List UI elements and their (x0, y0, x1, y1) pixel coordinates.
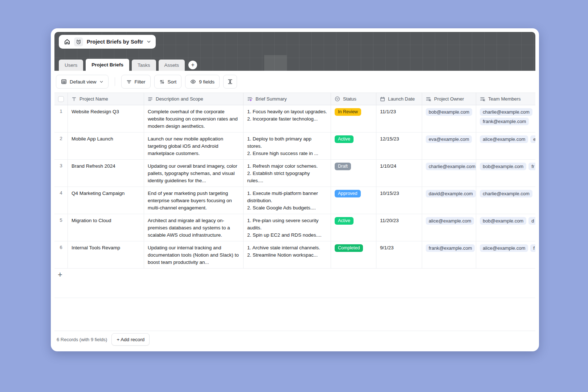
grid-footer: 6 Records (with 9 fields) + Add record (54, 331, 535, 348)
table-row[interactable]: 4Q4 Marketing CampaignEnd of year market… (54, 187, 535, 214)
team-pill-group: charlie@example.comfrank@example.com (480, 108, 532, 125)
hide-fields-button[interactable]: 9 fields (185, 75, 220, 89)
project-owner-cell[interactable]: eva@example.com (422, 132, 476, 159)
table-row[interactable]: 3Brand Refresh 2024Updating our overall … (54, 160, 535, 187)
description-cell[interactable]: Updating our internal tracking and docum… (144, 241, 244, 268)
launch-date-cell[interactable]: 11/20/23 (376, 214, 422, 241)
tab-project-briefs[interactable]: Project Briefs (86, 59, 129, 71)
status-cell[interactable]: Active (331, 132, 376, 159)
row-number: 6 (54, 241, 68, 268)
brief-summary-cell[interactable]: 1. Pre-plan using severe security audits… (244, 214, 331, 241)
team-members-cell[interactable]: alice@example.come (476, 132, 535, 159)
owner-email-pill: alice@example.com (426, 217, 474, 225)
filter-button[interactable]: Filter (121, 75, 151, 89)
filter-label: Filter (135, 79, 146, 85)
project-owner-cell[interactable]: david@example.com (422, 187, 476, 214)
row-number: 3 (54, 160, 68, 187)
brief-summary-cell[interactable]: 1. Deploy to both primary app stores. 2.… (244, 132, 331, 159)
team-members-cell[interactable]: bob@example.comfr (476, 160, 535, 187)
select-all-checkbox[interactable] (58, 96, 64, 102)
project-name-cell[interactable]: Mobile App Launch (68, 132, 144, 159)
tab-tasks[interactable]: Tasks (132, 60, 156, 71)
column-header-status[interactable]: Status (331, 93, 376, 105)
add-record-button[interactable]: + Add record (111, 333, 150, 346)
column-header-project-owner[interactable]: Project Owner (422, 93, 476, 105)
team-members-cell[interactable]: charlie@example.com (476, 187, 535, 214)
team-members-cell[interactable]: charlie@example.comfrank@example.com (476, 105, 535, 132)
team-members-cell[interactable]: bob@example.comd (476, 214, 535, 241)
team-members-cell[interactable]: alice@example.comf (476, 241, 535, 268)
column-label: Brief Summary (256, 96, 287, 102)
status-cell[interactable]: In Review (331, 105, 376, 132)
chevron-down-icon (147, 40, 151, 44)
row-height-icon (227, 79, 233, 85)
ai-text-icon (247, 97, 253, 102)
row-number: 5 (54, 214, 68, 241)
team-email-pill: e (530, 135, 535, 143)
table-row[interactable]: 1Website Redesign Q3Complete overhaul of… (54, 105, 535, 132)
tab-users[interactable]: Users (59, 60, 83, 71)
add-table-button[interactable]: + (188, 61, 197, 69)
owner-email-pill: bob@example.com (426, 108, 472, 116)
launch-date-cell[interactable]: 11/1/23 (376, 105, 422, 132)
single-select-icon (335, 96, 340, 102)
team-email-pill: bob@example.com (480, 163, 526, 170)
record-count: 6 Records (with 9 fields) (57, 337, 107, 342)
table-row[interactable]: 5Migration to CloudArchitect and migrate… (54, 214, 535, 241)
toolbar-divider (115, 77, 115, 86)
table-row[interactable]: 6Internal Tools RevampUpdating our inter… (54, 241, 535, 269)
status-cell[interactable]: Completed (331, 241, 376, 268)
table-row[interactable]: 2Mobile App LaunchLaunch our new mobile … (54, 132, 535, 160)
team-email-pill: charlie@example.com (480, 190, 532, 197)
view-switcher-button[interactable]: Default view (56, 75, 109, 89)
status-badge: In Review (335, 108, 361, 116)
column-header-launch-date[interactable]: Launch Date (376, 93, 422, 105)
status-cell[interactable]: Draft (331, 160, 376, 187)
row-height-button[interactable] (223, 75, 237, 89)
team-email-pill: frank@example.com (480, 118, 529, 125)
column-header-team-members[interactable]: Team Members (476, 93, 535, 105)
description-cell[interactable]: Updating our overall brand imagery, colo… (144, 160, 244, 187)
column-header-description-and-scope[interactable]: Description and Scope (144, 93, 244, 105)
column-label: Launch Date (388, 96, 415, 102)
project-owner-cell[interactable]: frank@example.com (422, 241, 476, 268)
status-cell[interactable]: Approved (331, 187, 376, 214)
brief-summary-cell[interactable]: 1. Archive stale internal channels. 2. S… (244, 241, 331, 268)
brief-summary-cell[interactable]: 1. Refresh major color schemes. 2. Estab… (244, 160, 331, 187)
add-row-plus-icon[interactable]: + (58, 271, 62, 279)
project-owner-cell[interactable]: charlie@example.com (422, 160, 476, 187)
brief-summary-cell[interactable]: 1. Execute multi-platform banner distrib… (244, 187, 331, 214)
owner-email-pill: charlie@example.com (426, 163, 476, 170)
owner-email-pill: eva@example.com (426, 135, 472, 143)
grid-empty-area (54, 298, 535, 331)
description-cell[interactable]: Architect and migrate all legacy on-prem… (144, 214, 244, 241)
sort-button[interactable]: Sort (154, 75, 182, 89)
launch-date-cell[interactable]: 9/1/23 (376, 241, 422, 268)
team-email-pill: alice@example.com (480, 244, 528, 252)
project-name-cell[interactable]: Q4 Marketing Campaign (68, 187, 144, 214)
column-header-project-name[interactable]: Project Name (68, 93, 144, 105)
eye-icon (190, 79, 196, 85)
description-cell[interactable]: Complete overhaul of the corporate websi… (144, 105, 244, 132)
launch-date-cell[interactable]: 1/10/24 (376, 160, 422, 187)
tab-assets[interactable]: Assets (159, 60, 185, 71)
project-owner-cell[interactable]: alice@example.com (422, 214, 476, 241)
project-name-cell[interactable]: Migration to Cloud (68, 214, 144, 241)
launch-date-cell[interactable]: 12/15/23 (376, 132, 422, 159)
text-field-icon (72, 97, 77, 102)
records-grid: Project NameDescription and ScopeBrief S… (54, 93, 535, 331)
project-name-cell[interactable]: Internal Tools Revamp (68, 241, 144, 268)
project-owner-cell[interactable]: bob@example.com (422, 105, 476, 132)
column-header-brief-summary[interactable]: Brief Summary (244, 93, 331, 105)
brief-summary-cell[interactable]: 1. Focus heavily on layout upgrades. 2. … (244, 105, 331, 132)
team-email-pill: f (530, 244, 535, 252)
project-name-cell[interactable]: Brand Refresh 2024 (68, 160, 144, 187)
description-cell[interactable]: Launch our new mobile application target… (144, 132, 244, 159)
column-label: Status (343, 96, 356, 102)
home-icon[interactable] (64, 38, 70, 45)
project-name-cell[interactable]: Website Redesign Q3 (68, 105, 144, 132)
launch-date-cell[interactable]: 10/15/23 (376, 187, 422, 214)
description-cell[interactable]: End of year marketing push targeting ent… (144, 187, 244, 214)
status-cell[interactable]: Active (331, 214, 376, 241)
base-switcher[interactable]: Project Briefs by Softr (59, 35, 156, 49)
